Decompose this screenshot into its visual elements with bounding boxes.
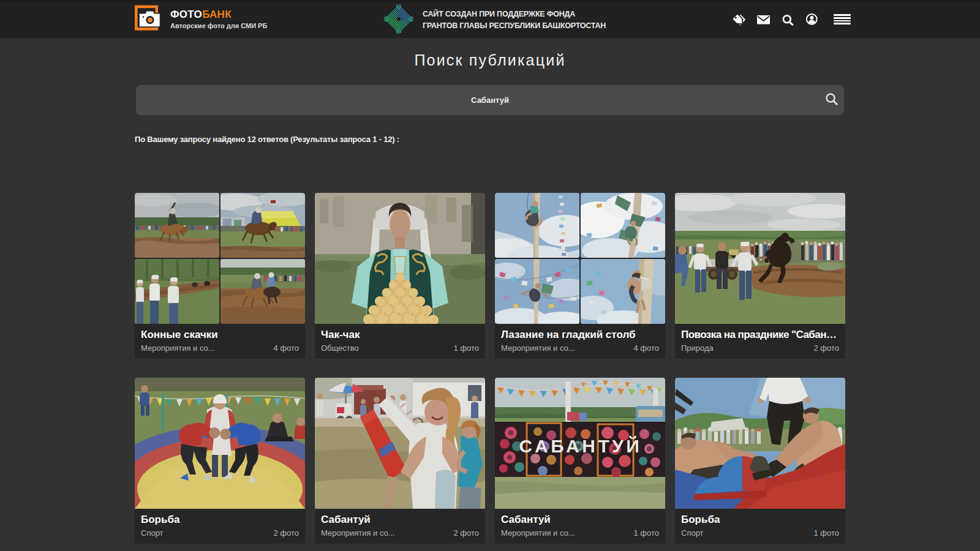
svg-text:САБАНТУЙ: САБАНТУЙ <box>519 436 643 456</box>
